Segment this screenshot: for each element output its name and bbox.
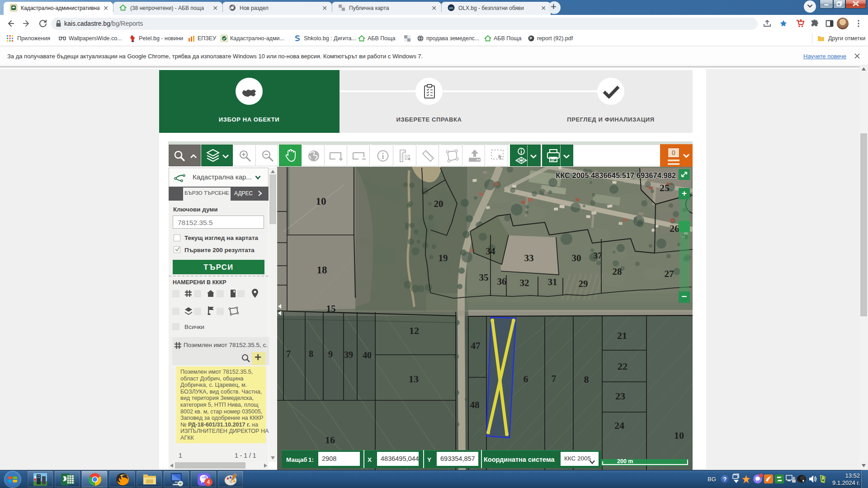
svg-text:7: 7 [286,349,291,359]
svg-text:23: 23 [615,390,625,402]
svg-text:9: 9 [328,349,333,359]
svg-text:36: 36 [497,276,507,287]
svg-text:12: 12 [409,325,419,336]
svg-text:27: 27 [665,268,674,279]
svg-text:28: 28 [613,266,622,277]
svg-text:47: 47 [471,340,481,351]
svg-text:40: 40 [363,350,372,360]
svg-text:26: 26 [670,223,679,234]
svg-text:25: 25 [660,182,670,193]
svg-text:13: 13 [409,373,419,385]
svg-text:31: 31 [548,277,557,287]
svg-text:8: 8 [584,374,589,385]
svg-text:39: 39 [344,350,353,360]
svg-text:10: 10 [316,196,326,207]
svg-text:19: 19 [439,253,448,263]
svg-text:32: 32 [520,277,529,288]
svg-text:35: 35 [479,272,489,283]
svg-text:7: 7 [552,373,557,384]
svg-text:48: 48 [470,399,480,410]
svg-text:30: 30 [572,253,581,263]
svg-text:10: 10 [674,430,684,441]
svg-text:22: 22 [618,361,627,372]
svg-text:24: 24 [614,420,624,431]
svg-text:37: 37 [594,251,603,260]
svg-text:16: 16 [325,434,335,446]
svg-text:ККС 2005 4836645.517 693674.9: ККС 2005 4836645.517 693674.982 [556,171,676,179]
svg-text:6: 6 [524,373,528,385]
svg-text:33: 33 [524,253,534,263]
svg-text:20: 20 [434,198,443,209]
svg-text:8: 8 [309,349,313,359]
svg-text:29: 29 [579,278,588,289]
svg-text:olx: olx [449,6,453,9]
svg-text:15: 15 [326,303,336,314]
svg-text:21: 21 [617,330,627,341]
svg-text:18: 18 [317,264,327,276]
svg-text:34: 34 [486,246,496,257]
